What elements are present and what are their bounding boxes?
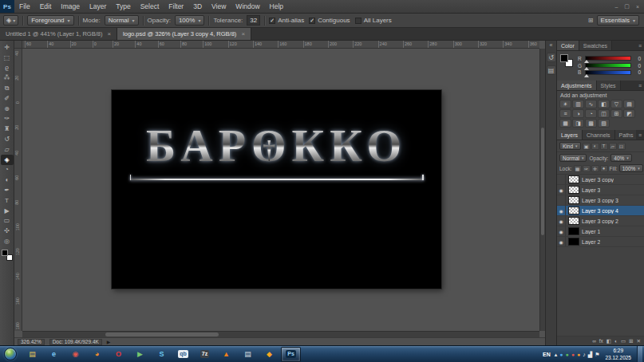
menu-image[interactable]: Image bbox=[56, 0, 85, 13]
panel-menu-icon[interactable]: ≡ bbox=[636, 41, 644, 50]
invert-icon[interactable]: ◩ bbox=[623, 109, 635, 118]
fill-dropdown[interactable]: 100% bbox=[619, 164, 643, 172]
foreground-color-swatch[interactable] bbox=[2, 250, 8, 256]
healing-brush-tool[interactable]: ⊕ bbox=[1, 104, 14, 114]
threshold-icon[interactable]: ◨ bbox=[572, 119, 584, 128]
tab-close-icon[interactable]: × bbox=[241, 30, 245, 37]
brush-tool[interactable]: ✑ bbox=[1, 114, 14, 124]
media-player-taskbar-icon[interactable]: ▶ bbox=[130, 347, 150, 362]
color-tab-swatches[interactable]: Swatches bbox=[579, 41, 612, 50]
color-lookup-icon[interactable]: ⊞ bbox=[610, 109, 622, 118]
type-tool[interactable]: T bbox=[1, 195, 14, 206]
layer-thumbnail[interactable] bbox=[568, 217, 579, 225]
vertical-scrollbar-thumb[interactable] bbox=[541, 128, 544, 235]
color-slider-track[interactable] bbox=[585, 56, 631, 61]
lock-all-icon[interactable]: ● bbox=[600, 165, 608, 172]
history-panel-icon[interactable]: ↺ bbox=[547, 53, 556, 62]
zoom-tool[interactable]: ◎ bbox=[1, 236, 14, 246]
eyedropper-tool[interactable]: ✐ bbox=[1, 93, 14, 104]
checkbox-anti-alias[interactable]: Anti-alias bbox=[269, 17, 304, 24]
magic-wand-tool[interactable]: ⁂ bbox=[1, 73, 14, 83]
tray-app-orange-icon[interactable]: ● bbox=[577, 352, 580, 357]
vibrance-icon[interactable]: ▽ bbox=[610, 100, 622, 108]
posterize-icon[interactable]: ▦ bbox=[559, 119, 571, 128]
filter-pixel-layers-icon[interactable]: ▣ bbox=[583, 143, 591, 150]
lock-pixels-icon[interactable]: ✑ bbox=[583, 165, 591, 172]
levels-icon[interactable]: ▥ bbox=[572, 100, 584, 108]
menu-view[interactable]: View bbox=[207, 0, 231, 13]
clone-stamp-tool[interactable]: ♜ bbox=[1, 124, 14, 134]
canvas-image[interactable]: БАРО†ККО bbox=[112, 90, 441, 289]
opera-taskbar-icon[interactable]: O bbox=[109, 347, 128, 362]
layers-opacity-dropdown[interactable]: 40% bbox=[610, 154, 632, 162]
color-slider-track[interactable] bbox=[585, 63, 631, 68]
menu-3d[interactable]: 3D bbox=[188, 0, 207, 13]
hue-saturation-icon[interactable]: ▤ bbox=[623, 100, 635, 108]
vertical-scrollbar[interactable] bbox=[539, 49, 545, 331]
menu-file[interactable]: File bbox=[14, 0, 35, 13]
checkbox-all-layers[interactable]: All Layers bbox=[355, 17, 392, 24]
history-brush-tool[interactable]: ↺ bbox=[1, 134, 14, 144]
horizontal-scrollbar[interactable] bbox=[22, 331, 539, 337]
action-center-icon[interactable]: ⚑ bbox=[595, 352, 599, 357]
minimize-button[interactable]: – bbox=[614, 4, 618, 10]
layer-thumbnail[interactable] bbox=[568, 227, 579, 235]
explorer-taskbar-icon[interactable]: ▤ bbox=[22, 347, 42, 362]
hidden-icons-icon[interactable]: ▴ bbox=[555, 352, 558, 357]
visibility-eye-icon[interactable]: ◉ bbox=[557, 226, 566, 236]
menu-layer[interactable]: Layer bbox=[85, 0, 111, 13]
blur-tool[interactable]: ◔ bbox=[1, 165, 14, 175]
show-desktop-button[interactable] bbox=[637, 346, 642, 362]
new-adjustment-layer-icon[interactable]: ◐ bbox=[614, 338, 618, 344]
blender-taskbar-icon[interactable]: ◆ bbox=[259, 347, 279, 362]
menu-edit[interactable]: Edit bbox=[35, 0, 57, 13]
menu-type[interactable]: Type bbox=[111, 0, 135, 13]
taskbar-clock[interactable]: 6:29 23.12.2025 bbox=[602, 347, 634, 361]
chrome-taskbar-icon[interactable]: ◉ bbox=[65, 347, 85, 362]
eraser-tool[interactable]: ▱ bbox=[1, 144, 14, 155]
color-slider-track[interactable] bbox=[585, 70, 631, 75]
lasso-tool[interactable]: ϱ bbox=[1, 63, 14, 73]
internet-explorer-taskbar-icon[interactable]: e bbox=[44, 347, 64, 362]
path-selection-tool[interactable]: ▶ bbox=[1, 206, 14, 216]
hand-tool[interactable]: ✣ bbox=[1, 226, 14, 236]
crop-tool[interactable]: ⧉ bbox=[1, 83, 14, 93]
expand-panels-icon[interactable]: « bbox=[550, 42, 553, 49]
curves-icon[interactable]: ∿ bbox=[585, 100, 597, 108]
exposure-icon[interactable]: ◧ bbox=[598, 100, 610, 108]
layer-thumbnail[interactable] bbox=[568, 175, 579, 183]
tolerance-input[interactable]: 32 bbox=[247, 15, 260, 26]
fill-source-dropdown[interactable]: Foreground bbox=[27, 15, 73, 26]
checkbox-contiguous[interactable]: Contiguous bbox=[309, 17, 350, 24]
horizontal-scrollbar-thumb[interactable] bbox=[105, 332, 219, 336]
color-tab-color[interactable]: Color bbox=[557, 41, 579, 50]
maximize-button[interactable]: ▢ bbox=[624, 3, 630, 10]
visibility-eye-icon[interactable]: ◉ bbox=[557, 216, 566, 226]
properties-panel-icon[interactable]: ▤ bbox=[547, 65, 556, 75]
opacity-dropdown[interactable]: 100% bbox=[175, 15, 204, 26]
lock-position-icon[interactable]: ✛ bbox=[591, 165, 599, 172]
skype-taskbar-icon[interactable]: S bbox=[152, 347, 172, 362]
mode-dropdown[interactable]: Normal bbox=[105, 15, 139, 26]
tab-close-icon[interactable]: × bbox=[107, 30, 111, 37]
volume-icon[interactable]: ♪ bbox=[583, 352, 586, 357]
layers-tab-channels[interactable]: Channels bbox=[583, 130, 615, 140]
layer-thumbnail[interactable] bbox=[568, 238, 579, 246]
filter-shape-layers-icon[interactable]: ▱ bbox=[609, 143, 617, 150]
visibility-eye-icon[interactable]: ◉ bbox=[557, 185, 566, 195]
adjustments-tab-adjustments[interactable]: Adjustments bbox=[557, 81, 597, 90]
kind-filter-dropdown[interactable]: Kind bbox=[559, 142, 581, 150]
layers-tab-layers[interactable]: Layers bbox=[557, 130, 583, 140]
move-tool[interactable]: ✛ bbox=[1, 42, 14, 53]
menu-select[interactable]: Select bbox=[136, 0, 164, 13]
layer-row[interactable]: Layer 3 copy 3 bbox=[557, 195, 644, 206]
tool-preset-dropdown[interactable]: ◈ bbox=[3, 15, 18, 26]
marquee-tool[interactable]: ⬚ bbox=[1, 53, 14, 63]
visibility-eye-empty[interactable] bbox=[557, 175, 566, 184]
add-layer-mask-icon[interactable]: ◧ bbox=[606, 338, 611, 344]
photo-filter-icon[interactable]: ◔ bbox=[585, 109, 597, 118]
pen-tool[interactable]: ✒ bbox=[1, 185, 14, 195]
layer-row[interactable]: ◉Layer 1 bbox=[557, 226, 644, 237]
dodge-tool[interactable]: ◖ bbox=[1, 175, 14, 185]
filter-type-layers-icon[interactable]: T bbox=[600, 143, 608, 150]
